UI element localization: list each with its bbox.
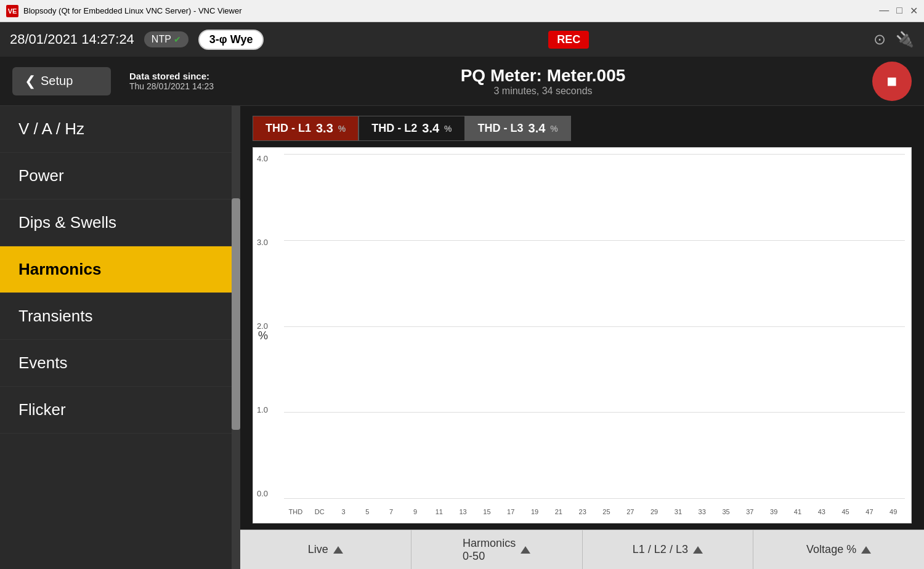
x-label-35: 35 (715, 508, 738, 515)
thd-row: THD - L1 3.3 % THD - L2 3.4 % THD - L3 3… (240, 106, 924, 141)
back-arrow-icon: ❮ (25, 73, 36, 89)
x-label-21: 21 (547, 508, 570, 515)
y-label: 2.0 (257, 321, 268, 331)
titlebar: VE Blopsody (Qt for Embedded Linux VNC S… (0, 0, 924, 22)
stop-icon: ■ (887, 71, 898, 91)
thd-l2-unit: % (444, 124, 452, 134)
x-label-43: 43 (810, 508, 833, 515)
x-label-45: 45 (834, 508, 857, 515)
y-label: 0.0 (257, 489, 268, 498)
x-label-3: 3 (332, 508, 355, 515)
x-label-39: 39 (762, 508, 785, 515)
content-area: THD - L1 3.3 % THD - L2 3.4 % THD - L3 3… (240, 106, 924, 569)
x-label-31: 31 (667, 508, 690, 515)
sidebar-item-transients[interactable]: Transients (0, 293, 240, 340)
thd-l3-value: 3.4 (529, 121, 546, 135)
stop-button[interactable]: ■ (872, 62, 912, 101)
x-label-DC: DC (308, 508, 331, 515)
x-label-7: 7 (379, 508, 403, 515)
sidebar-item-events[interactable]: Events (0, 340, 240, 387)
chart-area: % 4.03.02.01.00.0THDDC357911131517192123… (240, 141, 924, 530)
chart-inner: 4.03.02.01.00.0THDDC35791113151719212325… (284, 154, 905, 498)
app-icon: VE (6, 5, 18, 17)
sidebar-item-harmonics[interactable]: Harmonics (0, 246, 240, 293)
live-arrow-icon (333, 546, 343, 554)
x-label-27: 27 (618, 508, 642, 515)
duration-display: 3 minutes, 34 seconds (214, 86, 872, 97)
x-label-13: 13 (452, 508, 475, 515)
harmonics-range-label: Harmonics0-50 (463, 537, 516, 563)
bottom-btn-live[interactable]: Live (240, 530, 411, 569)
x-label-47: 47 (858, 508, 881, 515)
x-label-15: 15 (476, 508, 499, 515)
thd-l2-badge: THD - L2 3.4 % (359, 116, 464, 141)
data-stored-date: Thu 28/01/2021 14:23 (129, 81, 214, 91)
x-label-25: 25 (595, 508, 618, 515)
sidebar-item-power[interactable]: Power (0, 153, 240, 200)
bottom-btn-l1-l2-l3[interactable]: L1 / L2 / L3 (583, 530, 754, 569)
x-label-11: 11 (428, 508, 451, 515)
phase-label: 3-φ Wye (209, 33, 253, 46)
sidebar-item-flicker[interactable]: Flicker (0, 387, 240, 434)
x-label-33: 33 (691, 508, 714, 515)
grid-line (284, 498, 905, 499)
window-controls: — □ ✕ (879, 5, 918, 17)
y-label: 1.0 (257, 405, 268, 414)
thd-l3-unit: % (550, 124, 557, 134)
x-label-9: 9 (403, 508, 427, 515)
bars-container (284, 154, 905, 498)
sidebar-item-dips-swells[interactable]: Dips & Swells (0, 200, 240, 246)
scrollbar-thumb (232, 198, 240, 430)
meter-title-section: PQ Meter: Meter.005 3 minutes, 34 second… (214, 66, 872, 97)
bottom-bar: Live Harmonics0-50 L1 / L2 / L3 Voltage … (240, 530, 924, 569)
setup-label: Setup (41, 74, 73, 88)
data-info: Data stored since: Thu 28/01/2021 14:23 (129, 71, 214, 91)
chart-wrapper: % 4.03.02.01.00.0THDDC357911131517192123… (253, 147, 912, 523)
l1-l2-l3-arrow-icon (693, 546, 703, 554)
minimize-button[interactable]: — (879, 5, 889, 17)
x-label-19: 19 (523, 508, 546, 515)
header: ❮ Setup Data stored since: Thu 28/01/202… (0, 57, 924, 106)
live-label: Live (308, 543, 328, 556)
phase-badge[interactable]: 3-φ Wye (198, 30, 264, 50)
voltage-pct-label: Voltage % (806, 543, 856, 556)
ntp-label: NTP (152, 34, 171, 45)
setup-button[interactable]: ❮ Setup (12, 67, 111, 95)
voltage-pct-arrow-icon (861, 546, 871, 554)
rec-badge: REC (548, 31, 589, 49)
harmonics-range-arrow-icon (521, 546, 530, 554)
thd-l3-label: THD - L3 (478, 122, 524, 135)
sidebar: V / A / Hz Power Dips & Swells Harmonics… (0, 106, 240, 569)
ntp-badge: NTP ✔ (144, 31, 188, 47)
bottom-btn-voltage-pct[interactable]: Voltage % (753, 530, 924, 569)
ntp-check-icon: ✔ (174, 34, 181, 44)
l1-l2-l3-label: L1 / L2 / L3 (633, 543, 688, 556)
thd-l1-value: 3.3 (316, 121, 333, 135)
x-label-17: 17 (499, 508, 522, 515)
sidebar-item-v-a-hz[interactable]: V / A / Hz (0, 106, 240, 153)
sidebar-scrollbar[interactable] (232, 106, 240, 569)
x-label-THD: THD (284, 508, 307, 515)
thd-l1-label: THD - L1 (265, 122, 311, 135)
topbar: 28/01/2021 14:27:24 NTP ✔ 3-φ Wye REC ⊙ … (0, 22, 924, 57)
x-label-37: 37 (738, 508, 761, 515)
close-button[interactable]: ✕ (910, 5, 918, 17)
thd-l2-value: 3.4 (422, 121, 439, 135)
datetime-display: 28/01/2021 14:27:24 (10, 31, 134, 47)
data-stored-label: Data stored since: (129, 71, 209, 81)
plug-icon: 🔌 (896, 31, 914, 48)
x-label-5: 5 (355, 508, 379, 515)
maximize-button[interactable]: □ (896, 5, 902, 17)
y-label: 3.0 (257, 238, 268, 247)
thd-l1-unit: % (338, 124, 346, 134)
main-layout: V / A / Hz Power Dips & Swells Harmonics… (0, 106, 924, 569)
window-title: Blopsody (Qt for Embedded Linux VNC Serv… (23, 6, 879, 15)
x-label-29: 29 (642, 508, 666, 515)
wifi-icon: ⊙ (873, 31, 886, 48)
bottom-btn-harmonics-range[interactable]: Harmonics0-50 (411, 530, 583, 569)
thd-l1-badge: THD - L1 3.3 % (253, 116, 359, 141)
thd-l2-label: THD - L2 (371, 122, 417, 135)
x-label-41: 41 (786, 508, 809, 515)
x-label-49: 49 (881, 508, 905, 515)
meter-title: PQ Meter: Meter.005 (214, 66, 872, 86)
